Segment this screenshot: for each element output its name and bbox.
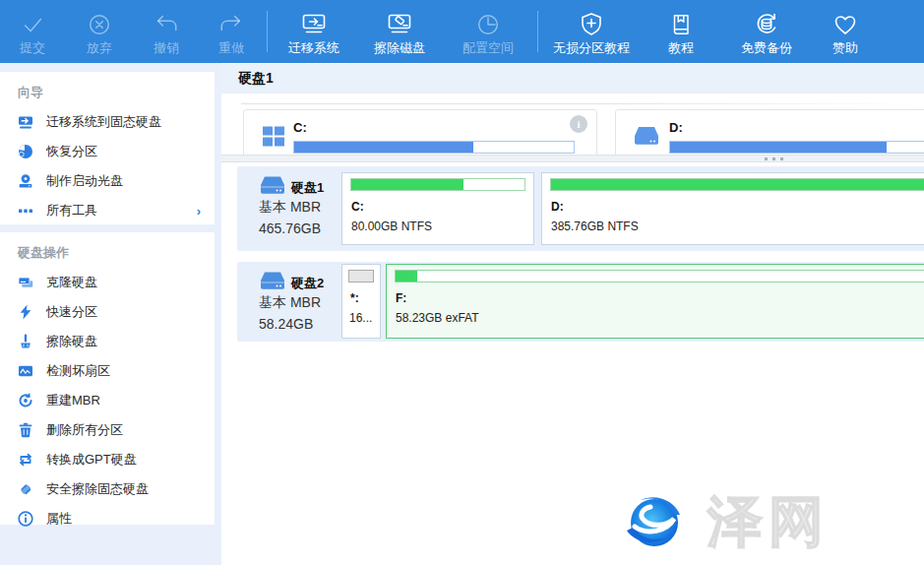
sidebar-item-label: 转换成GPT硬盘 [46,451,137,469]
partition-size: 385.76GB NTFS [551,220,639,233]
migrate-system-button[interactable]: 迁移系统 [271,3,357,60]
redo-icon [218,9,244,40]
disk-list: 硬盘1 基本 MBR 465.76GB C: 80.00GB NTFS D: [221,162,924,565]
recover-partition-icon [18,144,33,159]
sidebar-section-wizard: 向导 迁移系统到固态硬盘 恢复分区 制作启动光盘 所有工具 › [0,72,215,224]
section-title: 硬盘操作 [0,232,215,268]
sidebar-item-secure-erase[interactable]: 安全擦除固态硬盘 [0,474,215,504]
hard-drive-icon [260,176,285,200]
partition-unnamed[interactable]: *: 16... [341,264,381,339]
sidebar-item-all-tools[interactable]: 所有工具 › [0,196,215,225]
sidebar-item-boot-disc[interactable]: 制作启动光盘 [0,166,215,196]
sidebar-item-erase-disk[interactable]: 擦除硬盘 [0,327,215,356]
commit-button[interactable]: 提交 [0,3,65,60]
sidebar-section-disk-operations: 硬盘操作 克隆硬盘 快速分区 擦除硬盘 检测坏扇区 [0,232,215,525]
clone-disk-icon [18,275,33,290]
undo-button[interactable]: 撤销 [134,3,199,60]
partition-label: D: [551,200,564,214]
volume-usage-bar [293,141,575,154]
sidebar-item-clone-disk[interactable]: 克隆硬盘 [0,268,215,297]
discard-button[interactable]: 放弃 [65,3,134,60]
cancel-icon [87,9,112,40]
partition-usage-bar [395,270,924,282]
sponsor-button[interactable]: 赞助 [813,3,878,60]
check-icon [20,9,45,40]
wipe-disk-button[interactable]: 擦除磁盘 [357,3,442,60]
tutorial-button[interactable]: 教程 [642,3,720,60]
allocate-space-icon [475,9,501,40]
partition-label: *: [350,291,359,305]
info-icon[interactable]: i [570,115,587,133]
windows-logo-icon [262,124,285,152]
splitter-grip-icon [765,157,783,160]
sidebar-item-label: 擦除硬盘 [46,333,97,350]
disk-name: 硬盘2 [291,275,324,292]
disk-type: 基本 MBR [259,199,321,217]
partition-usage-fill [396,271,417,282]
sidebar-item-label: 恢复分区 [46,143,97,160]
lossless-tutorial-button[interactable]: 无损分区教程 [541,3,642,60]
partition-assistant-window: 提交 放弃 撤销 重做 迁移系统 擦除磁盘 [0,0,924,565]
all-tools-icon [18,203,33,219]
partition-d[interactable]: D: 385.76GB NTFS [541,172,924,245]
volume-card-d[interactable]: D: [615,109,924,155]
convert-gpt-icon [18,452,33,468]
partition-usage-bar [550,178,924,191]
disk-tab-bar: 硬盘1 [221,64,924,94]
sidebar-item-migrate-to-ssd[interactable]: 迁移系统到固态硬盘 [0,107,215,137]
sidebar-item-label: 克隆硬盘 [46,274,97,291]
heart-icon [832,9,859,40]
disk1-info[interactable]: 硬盘1 基本 MBR 465.76GB [237,166,341,251]
sidebar-item-label: 快速分区 [46,303,97,321]
sidebar-item-convert-gpt[interactable]: 转换成GPT硬盘 [0,445,215,474]
rebuild-mbr-icon [18,393,33,408]
partition-c[interactable]: C: 80.00GB NTFS [341,172,534,245]
migrate-to-ssd-icon [18,114,33,130]
partition-usage-bar [350,178,525,191]
tab-disk1[interactable]: 硬盘1 [238,70,274,88]
redo-button[interactable]: 重做 [199,3,264,60]
quick-partition-icon [18,304,33,320]
erase-disk-icon [18,334,33,349]
partition-size: 58.23GB exFAT [396,311,479,325]
sidebar-item-properties[interactable]: 属性 [0,504,215,534]
sidebar: 向导 迁移系统到固态硬盘 恢复分区 制作启动光盘 所有工具 › [0,63,221,565]
main-area: 硬盘1 C: i D: [221,63,924,565]
volume-usage-bar [669,141,924,154]
disk2-info[interactable]: 硬盘2 基本 MBR 58.24GB [237,262,341,342]
divider [241,103,924,104]
free-backup-button[interactable]: 免费备份 [720,3,813,60]
sidebar-item-recover-partition[interactable]: 恢复分区 [0,137,215,166]
section-title: 向导 [0,72,215,107]
disk-name: 硬盘1 [291,179,324,197]
sidebar-item-label: 所有工具 [46,202,97,220]
volume-label: D: [669,120,683,135]
drive-icon [634,126,659,152]
boot-disc-icon [18,173,33,189]
delete-partitions-icon [18,422,33,438]
shield-plus-icon [578,9,605,40]
sidebar-item-delete-all-partitions[interactable]: 删除所有分区 [0,415,215,445]
allocate-space-button[interactable]: 配置空间 [442,3,534,60]
chevron-right-icon: › [197,204,201,219]
sidebar-item-rebuild-mbr[interactable]: 重建MBR [0,386,215,415]
sidebar-item-label: 重建MBR [46,392,100,409]
secure-erase-icon [18,481,33,497]
disk-row-1: 硬盘1 基本 MBR 465.76GB C: 80.00GB NTFS D: [237,166,924,251]
sidebar-item-quick-partition[interactable]: 快速分区 [0,297,215,327]
migrate-system-icon [300,9,328,40]
disk-size: 465.76GB [259,220,321,236]
partition-label: F: [396,291,406,305]
backup-icon [753,9,780,40]
disk-type: 基本 MBR [259,294,321,312]
undo-icon [154,9,179,40]
partition-usage-bar [348,270,374,282]
overview-splitter[interactable] [221,155,924,162]
volume-card-c[interactable]: C: i [243,109,597,155]
toolbar: 提交 放弃 撤销 重做 迁移系统 擦除磁盘 [0,0,924,63]
sidebar-item-label: 检测坏扇区 [46,362,110,380]
sidebar-item-check-bad-sectors[interactable]: 检测坏扇区 [0,356,215,386]
partition-f[interactable]: F: 58.23GB exFAT [386,264,924,339]
partition-usage-fill [551,179,924,190]
toolbar-separator [537,11,538,52]
